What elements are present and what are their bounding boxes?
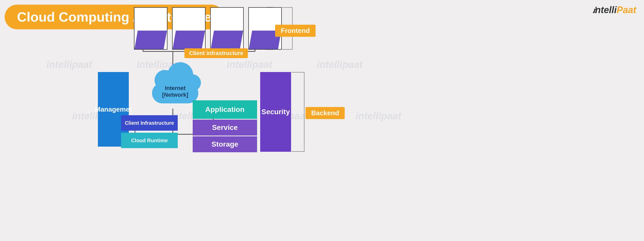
cloud-runtime-text: Cloud Runtime [131,138,168,144]
service-text: Service [212,123,238,132]
client-infra-top-label: Client infrastructure [184,48,248,58]
client-infra-top-text: Client infrastructure [189,50,243,56]
computer-base-2 [173,31,205,49]
backend-text: Backend [311,109,339,117]
computer-2 [172,7,206,50]
computer-screen-1 [134,8,167,31]
computer-base-3 [211,31,243,49]
security-text: Security [261,108,290,116]
frontend-label: Frontend [275,25,316,37]
background [0,0,644,241]
computer-group [134,7,282,50]
storage-block: Storage [193,136,257,152]
cloud-shape: Internet[Network] [149,70,201,103]
application-block: Application [193,100,257,119]
computer-screen-3 [211,8,243,31]
computer-base-1 [134,31,167,49]
storage-text: Storage [211,140,238,148]
management-text: Managemet [95,105,132,113]
client-infrastructure-box: Client Infrastructure [121,115,178,131]
cloud-runtime-box: Cloud Runtime [121,133,178,148]
computer-3 [210,7,244,50]
service-block: Service [193,120,257,136]
frontend-text: Frontend [281,27,310,34]
backend-label: Backend [306,107,345,119]
application-text: Application [205,105,244,114]
computer-1 [134,7,167,50]
computer-screen-2 [173,8,205,31]
security-block: Security [260,72,291,152]
internet-label: Internet[Network] [149,85,201,98]
security-bracket [292,72,304,152]
client-infrastructure-box-text: Client Infrastructure [125,120,174,126]
logo: 𝑖ntelliPaat [592,5,636,15]
